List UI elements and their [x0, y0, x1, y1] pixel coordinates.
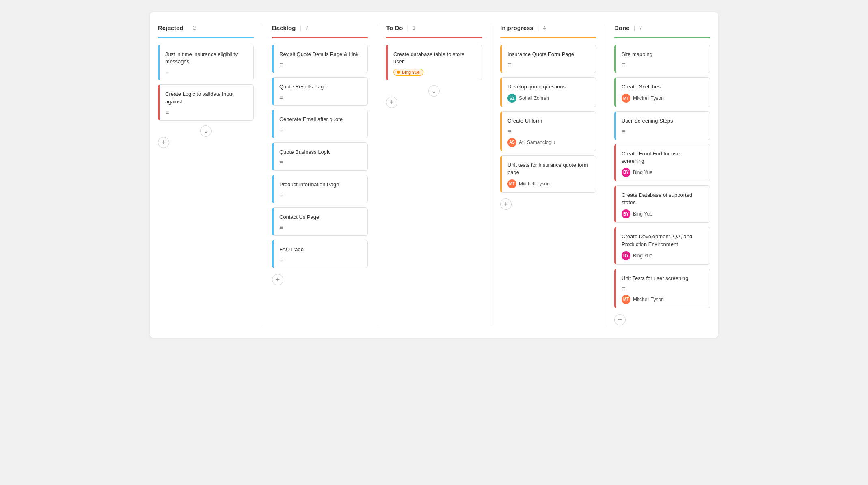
list-icon: ≡ — [279, 127, 362, 134]
expand-spacer: ⌄ — [158, 125, 254, 131]
column-separator-line — [605, 24, 605, 325]
table-row[interactable]: Create Database of supported statesBYBin… — [614, 185, 710, 223]
column-done: Done|7Site mapping≡Create SketchesMTMitc… — [614, 24, 710, 325]
card-title: Develop quote questions — [507, 83, 590, 91]
table-row[interactable]: Product Information Page≡ — [272, 175, 368, 203]
table-row[interactable]: Contact Us Page≡ — [272, 207, 368, 236]
add-card-button[interactable]: + — [386, 97, 397, 108]
add-card-button[interactable]: + — [614, 314, 626, 325]
list-icon: ≡ — [165, 109, 248, 116]
column-separator: | — [407, 25, 408, 31]
table-row[interactable]: Revisit Quote Details Page & Link≡ — [272, 45, 368, 73]
list-icon: ≡ — [622, 128, 704, 136]
card-footer: SZSoheil Zohreh — [507, 94, 590, 103]
card-title: Generate Email after quote — [279, 116, 362, 123]
table-row[interactable]: Site mapping≡ — [614, 45, 710, 73]
avatar: BY — [622, 251, 630, 260]
card-title: Product Information Page — [279, 181, 362, 188]
card-footer: MTMitchell Tyson — [622, 295, 704, 304]
card-title: Create Development, QA, and Production E… — [622, 233, 704, 248]
table-row[interactable]: Just in time insurance eligibility messa… — [158, 45, 254, 80]
column-backlog: Backlog|7Revisit Quote Details Page & Li… — [272, 24, 368, 285]
column-inprogress: In progress|4Insurance Quote Form Page≡D… — [500, 24, 596, 210]
table-row[interactable]: Create database table to store userBing … — [386, 45, 482, 80]
column-header-backlog: Backlog|7 — [272, 24, 368, 31]
avatar: MT — [622, 295, 630, 304]
column-separator-line — [263, 24, 263, 325]
table-row[interactable]: Quote Business Logic≡ — [272, 142, 368, 171]
add-card-button[interactable]: + — [272, 274, 283, 285]
card-title: Unit tests for insurance quote form page — [507, 162, 590, 176]
column-count-todo: 1 — [412, 25, 415, 31]
column-header-todo: To Do|1 — [386, 24, 482, 31]
table-row[interactable]: Generate Email after quote≡ — [272, 110, 368, 138]
table-row[interactable]: Create SketchesMTMitchell Tyson — [614, 77, 710, 107]
table-row[interactable]: Develop quote questionsSZSoheil Zohreh — [500, 77, 596, 107]
card-title: Quote Business Logic — [279, 149, 362, 156]
card-footer: BYBing Yue — [622, 168, 704, 177]
card-title: Create Logic to validate input against — [165, 91, 248, 105]
card-footer: Bing Yue — [393, 69, 476, 76]
column-separator: | — [188, 25, 189, 31]
kanban-board: Rejected|2Just in time insurance eligibi… — [150, 12, 718, 338]
assignee-label: Bing Yue — [402, 70, 420, 75]
card-title: Create Front End for user screening — [622, 150, 704, 165]
card-footer: MTMitchell Tyson — [622, 94, 704, 103]
column-divider-done — [614, 37, 710, 38]
assignee-name: Soheil Zohreh — [519, 95, 549, 101]
card-title: User Screening Steps — [622, 117, 704, 125]
column-count-rejected: 2 — [193, 25, 196, 31]
assignee-tag: Bing Yue — [393, 69, 423, 76]
list-icon: ≡ — [507, 128, 590, 136]
table-row[interactable]: Create Front End for user screeningBYBin… — [614, 144, 710, 181]
column-separator: | — [538, 25, 539, 31]
column-divider-backlog — [272, 37, 368, 38]
table-row[interactable]: Create Logic to validate input against≡ — [158, 84, 254, 120]
column-header-rejected: Rejected|2 — [158, 24, 254, 31]
column-header-done: Done|7 — [614, 24, 710, 31]
cards-list-rejected: Just in time insurance eligibility messa… — [158, 45, 254, 131]
table-row[interactable]: Quote Results Page≡ — [272, 77, 368, 106]
column-separator-line — [377, 24, 377, 325]
avatar: AS — [507, 138, 516, 147]
column-title-done: Done — [614, 24, 630, 31]
card-title: Create Database of supported states — [622, 192, 704, 206]
card-footer: BYBing Yue — [622, 251, 704, 260]
table-row[interactable]: Unit Tests for user screening≡MTMitchell… — [614, 269, 710, 308]
cards-list-todo: Create database table to store userBing … — [386, 45, 482, 91]
column-divider-inprogress — [500, 37, 596, 38]
assignee-name: Bing Yue — [633, 170, 652, 175]
table-row[interactable]: Unit tests for insurance quote form page… — [500, 155, 596, 193]
column-title-todo: To Do — [386, 24, 403, 31]
expand-button[interactable]: ⌄ — [428, 85, 440, 97]
list-icon: ≡ — [279, 159, 362, 166]
column-header-inprogress: In progress|4 — [500, 24, 596, 31]
column-rejected: Rejected|2Just in time insurance eligibi… — [158, 24, 254, 148]
card-footer: BYBing Yue — [622, 209, 704, 218]
cards-list-inprogress: Insurance Quote Form Page≡Develop quote … — [500, 45, 596, 193]
column-divider-todo — [386, 37, 482, 38]
table-row[interactable]: FAQ Page≡ — [272, 240, 368, 268]
assignee-name: Mitchell Tyson — [633, 95, 664, 101]
assignee-name: Bing Yue — [633, 253, 652, 259]
column-title-rejected: Rejected — [158, 24, 184, 31]
column-separator: | — [634, 25, 635, 31]
column-count-done: 7 — [639, 25, 642, 31]
card-footer: ASAtil Samancioglu — [507, 138, 590, 147]
table-row[interactable]: Insurance Quote Form Page≡ — [500, 45, 596, 73]
add-card-button[interactable]: + — [500, 198, 512, 210]
table-row[interactable]: Create UI form≡ASAtil Samancioglu — [500, 111, 596, 151]
column-title-backlog: Backlog — [272, 24, 296, 31]
table-row[interactable]: User Screening Steps≡ — [614, 111, 710, 140]
card-footer: MTMitchell Tyson — [507, 179, 590, 188]
list-icon: ≡ — [279, 192, 362, 199]
card-title: Unit Tests for user screening — [622, 275, 704, 282]
cards-list-backlog: Revisit Quote Details Page & Link≡Quote … — [272, 45, 368, 268]
table-row[interactable]: Create Development, QA, and Production E… — [614, 227, 710, 264]
list-icon: ≡ — [279, 61, 362, 69]
add-card-button[interactable]: + — [158, 137, 169, 148]
assignee-name: Bing Yue — [633, 211, 652, 217]
column-title-inprogress: In progress — [500, 24, 533, 31]
list-icon: ≡ — [622, 285, 704, 293]
expand-button[interactable]: ⌄ — [200, 125, 212, 137]
